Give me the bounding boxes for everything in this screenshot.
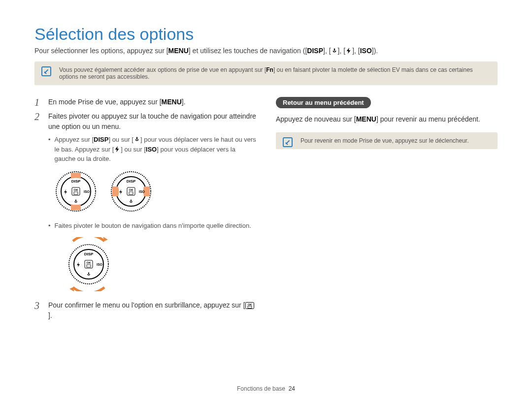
dial-diagram-rotate: DISP ISO OK [59,237,256,291]
flash-icon [114,146,121,153]
dial-diagram-pair: DISP ISO OK DISP ISO OK [54,170,256,213]
step-1: 1 En mode Prise de vue, appuyez sur [MEN… [34,97,256,108]
svg-text:DISP: DISP [71,179,81,184]
disp-key-label: DISP [307,47,323,55]
svg-text:ISO: ISO [97,263,103,266]
menu-key-label: MENU [356,115,376,123]
step-2-bullet-1: • Appuyez sur [DISP] ou sur [] pour vous… [48,135,256,164]
svg-text:OK: OK [129,188,134,191]
svg-text:OK: OK [247,303,251,306]
note-box-fn: Vous pouvez également accéder aux option… [34,62,498,85]
disp-key-label: DISP [94,136,108,143]
page-title: Sélection des options [34,25,498,44]
svg-text:DISP: DISP [84,252,94,256]
navigation-dial-horizontal: DISP ISO OK [109,170,153,213]
step-number: 1 [34,97,42,108]
macro-icon [331,47,338,54]
menu-key-label: MENU [168,47,189,55]
svg-text:OK: OK [74,188,79,191]
navigation-dial-rotate: DISP ISO OK [59,237,118,291]
left-column: 1 En mode Prise de vue, appuyez sur [MEN… [34,97,256,324]
right-column: Retour au menu précédent Appuyez de nouv… [276,97,498,324]
intro-text: Pour sélectionner les options, appuyez s… [34,47,498,55]
footer-page-number: 24 [289,385,295,392]
step-number: 3 [34,300,42,321]
step-2-bullet-2: • Faites pivoter le bouton de navigation… [48,221,256,231]
back-menu-heading: Retour au menu précédent [276,97,371,108]
ok-button-icon: OK [245,302,254,309]
menu-key-label: MENU [162,98,182,106]
step-2: 2 Faites pivoter ou appuyez sur la touch… [34,111,256,132]
svg-text:DISP: DISP [127,179,136,184]
iso-key-label: ISO [146,146,157,153]
note-icon [41,66,51,76]
step-number: 2 [34,111,42,132]
svg-text:ISO: ISO [84,190,90,193]
svg-text:OK: OK [87,261,92,264]
note-icon [283,137,293,147]
navigation-dial-vertical: DISP ISO OK [54,170,98,213]
step-3: 3 Pour confirmer le menu ou l'option en … [34,300,256,321]
note-box-shutter: Pour revenir en mode Prise de vue, appuy… [276,132,498,149]
fn-key-label: Fn [266,66,273,73]
page-footer: Fonctions de base 24 [0,385,532,392]
macro-icon [133,136,140,143]
iso-key-label: ISO [360,47,372,55]
flash-icon [345,47,352,54]
svg-text:ISO: ISO [139,190,145,193]
footer-section: Fonctions de base [237,385,285,392]
back-menu-text: Appuyez de nouveau sur [MENU] pour reven… [276,114,498,124]
